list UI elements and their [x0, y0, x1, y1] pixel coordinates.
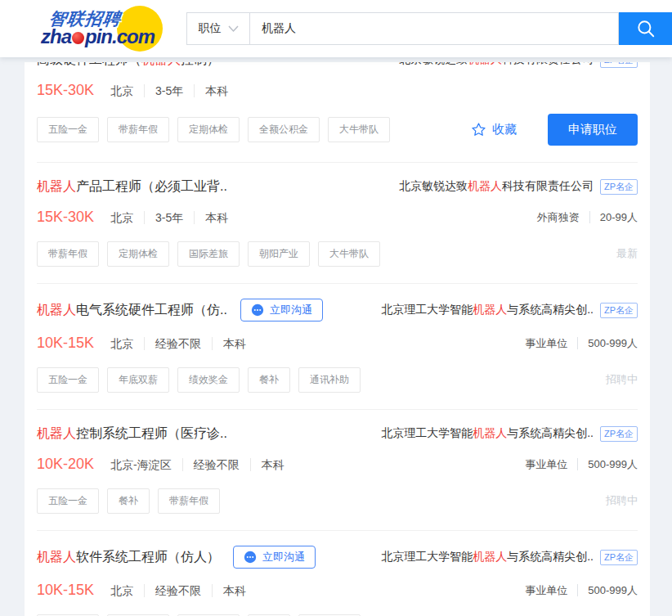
meta-item: 本科 — [250, 458, 284, 471]
company-name[interactable]: 北京敏锐达致机器人科技有限责任公司 — [399, 62, 594, 67]
title-wrap: 机器人控制系统工程师（医疗诊.. — [37, 425, 227, 443]
chat-now-label: 立即沟通 — [270, 303, 312, 317]
benefit-tag: 餐补 — [107, 488, 150, 514]
benefit-tag: 餐补 — [248, 367, 290, 393]
listing-salary-row: 15K-30K 北京3-5年本科 — [37, 80, 638, 101]
tag-list: 带薪年假定期体检国际差旅朝阳产业大牛带队 — [37, 241, 388, 267]
search-button[interactable] — [619, 12, 672, 45]
star-icon — [471, 122, 486, 137]
company-name[interactable]: 北京理工大学智能机器人与系统高精尖创.. — [381, 303, 594, 317]
benefit-tag: 带薪年假 — [107, 117, 169, 142]
job-meta: 北京-海淀区经验不限本科 — [110, 458, 284, 471]
logo-red-dot — [72, 32, 84, 44]
title-wrap: 机器人产品工程师（必须工业背.. — [37, 178, 227, 196]
status-text: 招聘中 — [606, 493, 638, 508]
search-bar: 职位 — [186, 12, 672, 45]
salary: 10K-20K — [37, 454, 94, 474]
search-category-dropdown[interactable]: 职位 — [186, 12, 250, 45]
listing-salary-row: 10K-20K 北京-海淀区经验不限本科 事业单位500-999人 — [37, 454, 638, 474]
zhaopin-logo[interactable]: 智联招聘 zhapin.com — [10, 5, 169, 52]
listing-salary-row: 10K-15K 北京经验不限本科 事业单位500-999人 — [37, 333, 638, 353]
tag-list: 五险一金餐补带薪年假 — [37, 488, 228, 514]
listing-title-row: 机器人产品工程师（必须工业背.. 北京敏锐达致机器人科技有限责任公司 ZP名企 — [37, 178, 638, 196]
favorite-button[interactable]: 收藏 — [471, 122, 517, 137]
company-wrap: 北京理工大学智能机器人与系统高精尖创.. ZP名企 — [381, 550, 638, 565]
job-list: 高级硬件工程师（机器人控制） 北京敏锐达致机器人科技有限责任公司 ZP名企 15… — [25, 62, 650, 616]
benefit-tag: 全额公积金 — [248, 117, 320, 142]
favorite-label: 收藏 — [492, 122, 517, 137]
meta-item: 3-5年 — [144, 84, 183, 97]
company-wrap: 北京敏锐达致机器人科技有限责任公司 ZP名企 — [399, 62, 638, 68]
zp-famous-badge: ZP名企 — [600, 426, 638, 442]
job-listing[interactable]: 机器人产品工程师（必须工业背.. 北京敏锐达致机器人科技有限责任公司 ZP名企 … — [37, 163, 638, 284]
chat-now-button[interactable]: 立即沟通 — [240, 299, 323, 321]
job-listing[interactable]: 机器人电气系统硬件工程师（仿.. 立即沟通 北京理工大学智能机器人与系统高精尖创… — [37, 284, 638, 410]
apply-button[interactable]: 申请职位 — [548, 114, 638, 146]
job-meta: 北京经验不限本科 — [110, 337, 246, 350]
tag-list: 五险一金年底双薪绩效奖金餐补通讯补助 — [37, 367, 369, 393]
title-wrap: 机器人软件系统工程师（仿人） 立即沟通 — [37, 546, 316, 569]
company-wrap: 北京理工大学智能机器人与系统高精尖创.. ZP名企 — [381, 303, 638, 318]
company-meta: 事业单位500-999人 — [525, 337, 638, 349]
title-wrap: 机器人电气系统硬件工程师（仿.. 立即沟通 — [37, 299, 323, 321]
company-meta-item: 事业单位 — [525, 458, 567, 470]
benefit-tag: 通讯补助 — [298, 367, 361, 393]
logo-text-en: zhapin.com — [41, 25, 155, 48]
job-title[interactable]: 机器人软件系统工程师（仿人） — [37, 548, 220, 566]
benefit-tag: 定期体检 — [107, 241, 169, 267]
meta-item: 3-5年 — [144, 211, 183, 224]
listing-title-row: 机器人软件系统工程师（仿人） 立即沟通 北京理工大学智能机器人与系统高精尖创..… — [37, 546, 638, 569]
status-text: 招聘中 — [606, 372, 638, 387]
company-meta-item: 500-999人 — [577, 337, 638, 349]
benefit-tag: 带薪年假 — [158, 488, 220, 514]
company-meta-item: 事业单位 — [525, 337, 567, 349]
job-title[interactable]: 机器人电气系统硬件工程师（仿.. — [37, 301, 227, 319]
job-listing[interactable]: 高级硬件工程师（机器人控制） 北京敏锐达致机器人科技有限责任公司 ZP名企 15… — [37, 62, 638, 163]
company-name[interactable]: 北京理工大学智能机器人与系统高精尖创.. — [381, 426, 594, 441]
company-meta-item: 500-999人 — [577, 584, 638, 596]
listing-tags-row: 带薪年假定期体检国际差旅朝阳产业大牛带队 最新 — [37, 241, 638, 267]
benefit-tag: 五险一金 — [37, 117, 99, 142]
status-text: 最新 — [616, 246, 638, 261]
job-meta: 北京3-5年本科 — [110, 211, 228, 224]
company-meta: 外商独资20-99人 — [537, 211, 638, 223]
zp-famous-badge: ZP名企 — [600, 550, 638, 565]
zp-famous-badge: ZP名企 — [600, 62, 638, 68]
job-listing[interactable]: 机器人软件系统工程师（仿人） 立即沟通 北京理工大学智能机器人与系统高精尖创..… — [37, 531, 638, 616]
company-meta-item: 事业单位 — [525, 584, 567, 596]
chat-bubble-icon — [244, 551, 257, 564]
benefit-tag: 国际差旅 — [177, 241, 240, 267]
listing-title-row: 机器人控制系统工程师（医疗诊.. 北京理工大学智能机器人与系统高精尖创.. ZP… — [37, 425, 638, 443]
company-wrap: 北京敏锐达致机器人科技有限责任公司 ZP名企 — [399, 179, 638, 195]
company-name[interactable]: 北京敏锐达致机器人科技有限责任公司 — [399, 179, 594, 194]
chevron-down-icon — [228, 25, 239, 33]
job-title[interactable]: 机器人产品工程师（必须工业背.. — [37, 178, 227, 196]
meta-item: 本科 — [212, 337, 246, 350]
benefit-tag: 绩效奖金 — [177, 367, 240, 393]
job-listing[interactable]: 机器人控制系统工程师（医疗诊.. 北京理工大学智能机器人与系统高精尖创.. ZP… — [37, 410, 638, 531]
meta-item: 经验不限 — [144, 584, 201, 597]
salary-meta: 10K-15K 北京经验不限本科 — [37, 580, 246, 600]
tag-list: 五险一金带薪年假定期体检全额公积金大牛带队 — [37, 117, 398, 142]
chat-now-label: 立即沟通 — [262, 550, 305, 564]
meta-item: 北京 — [110, 84, 133, 97]
meta-item: 北京 — [110, 211, 133, 224]
search-icon — [635, 18, 656, 39]
chat-bubble-icon — [251, 304, 264, 317]
benefit-tag: 定期体检 — [177, 117, 240, 142]
company-name[interactable]: 北京理工大学智能机器人与系统高精尖创.. — [381, 550, 594, 564]
benefit-tag: 带薪年假 — [37, 241, 99, 267]
site-header: 智联招聘 zhapin.com 职位 — [0, 0, 672, 57]
benefit-tag: 朝阳产业 — [248, 241, 310, 267]
job-title[interactable]: 高级硬件工程师（机器人控制） — [37, 62, 220, 69]
salary: 10K-15K — [37, 333, 94, 353]
job-title[interactable]: 机器人控制系统工程师（医疗诊.. — [37, 425, 227, 443]
salary: 10K-15K — [37, 580, 94, 600]
listing-title-row: 高级硬件工程师（机器人控制） 北京敏锐达致机器人科技有限责任公司 ZP名企 — [37, 62, 638, 69]
search-input[interactable] — [250, 12, 619, 45]
meta-item: 北京 — [110, 584, 133, 597]
meta-item: 本科 — [212, 584, 246, 597]
benefit-tag: 大牛带队 — [328, 117, 390, 142]
meta-item: 北京 — [110, 337, 133, 350]
chat-now-button[interactable]: 立即沟通 — [233, 546, 316, 569]
